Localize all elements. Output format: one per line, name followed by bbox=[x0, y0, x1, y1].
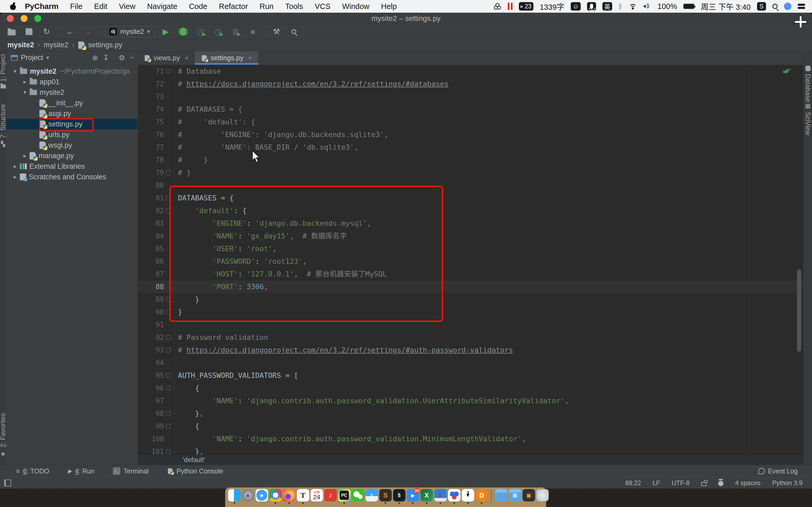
code-line-74[interactable]: 74# DATABASES = { bbox=[138, 103, 803, 116]
battery-icon[interactable] bbox=[683, 4, 694, 9]
file-encoding[interactable]: UTF-8 bbox=[672, 479, 690, 487]
dock-item-folder-windows[interactable]: ⊞ bbox=[508, 489, 522, 501]
concurrency-button[interactable]: ≣▶ bbox=[230, 26, 241, 38]
dock-item-blue-circles-app[interactable] bbox=[447, 489, 461, 504]
gutter[interactable]: 82 bbox=[138, 205, 175, 217]
fold-marker-icon[interactable] bbox=[166, 69, 171, 74]
caret-position[interactable]: 88:22 bbox=[625, 479, 641, 487]
fold-marker-icon[interactable] bbox=[166, 411, 171, 416]
code-line-92[interactable]: 92# Password validation bbox=[138, 331, 803, 344]
tree-item-mysite2[interactable]: ▾mysite2 bbox=[7, 87, 137, 98]
code-line-100[interactable]: 100 'NAME': 'django.contrib.auth.passwor… bbox=[138, 433, 803, 445]
menu-file[interactable]: File bbox=[64, 2, 88, 11]
pause-status-icon[interactable] bbox=[508, 3, 512, 10]
breadcrumb-item-mysite2[interactable]: mysite2 bbox=[7, 41, 34, 49]
run-config-selector[interactable]: dj mysite2 ▾ bbox=[105, 26, 154, 38]
gutter[interactable]: 73 bbox=[138, 90, 175, 103]
close-tab-icon[interactable]: × bbox=[248, 54, 252, 62]
tree-expanded-arrow[interactable]: ▾ bbox=[20, 89, 30, 96]
gutter[interactable]: 71 bbox=[138, 65, 175, 78]
close-tab-icon[interactable]: × bbox=[185, 54, 189, 62]
menu-edit[interactable]: Edit bbox=[88, 2, 113, 11]
tree-item-external-libraries[interactable]: ▸External Libraries bbox=[7, 161, 137, 172]
gutter[interactable]: 81 bbox=[138, 192, 175, 205]
inspections-ok-icon[interactable]: ✔✔ bbox=[782, 66, 801, 76]
dock-item-terminal[interactable]: $ bbox=[392, 489, 406, 504]
gutter[interactable]: 98 bbox=[138, 407, 175, 420]
gutter[interactable]: 90 bbox=[138, 306, 175, 319]
save-button[interactable] bbox=[23, 26, 35, 38]
gutter[interactable]: 80 bbox=[138, 179, 175, 192]
editor-scrollbar[interactable] bbox=[797, 269, 801, 352]
tool-window-button-terminal[interactable]: ›_Terminal bbox=[113, 467, 148, 475]
apple-menu-icon[interactable] bbox=[9, 2, 16, 10]
tool-window-switcher-icon[interactable] bbox=[4, 480, 11, 487]
zoom-window-button[interactable] bbox=[34, 15, 41, 22]
tree-item-scratches-and-consoles[interactable]: ▸Scratches and Consoles bbox=[7, 172, 137, 182]
dock-item-dingtalk[interactable]: ▸23 bbox=[406, 489, 420, 504]
fold-marker-icon[interactable] bbox=[166, 373, 171, 378]
gutter[interactable]: 83 bbox=[138, 217, 175, 230]
gutter[interactable]: 85 bbox=[138, 242, 175, 255]
menu-code[interactable]: Code bbox=[183, 2, 213, 11]
code-line-93[interactable]: 93# https://docs.djangoproject.com/en/3.… bbox=[138, 344, 803, 356]
dock-item-trash[interactable] bbox=[536, 489, 549, 501]
tree-item-mysite2[interactable]: ▾mysite2~/PycharmProjects/gx bbox=[7, 66, 137, 76]
minimize-window-button[interactable] bbox=[20, 15, 28, 22]
gutter[interactable]: 100 bbox=[138, 433, 175, 445]
titlebar[interactable]: mysite2 – settings.py bbox=[0, 13, 812, 24]
indent-size[interactable]: 4 spaces bbox=[735, 479, 760, 487]
wifi-icon[interactable] bbox=[629, 3, 637, 9]
gutter[interactable]: 88 bbox=[138, 280, 175, 293]
gutter[interactable]: 76 bbox=[138, 128, 175, 141]
gutter[interactable]: 89 bbox=[138, 293, 175, 306]
menu-view[interactable]: View bbox=[113, 2, 141, 11]
tool-stripe-favorites[interactable]: 2: Favorites★ bbox=[0, 413, 6, 458]
editor-scope-breadcrumb[interactable]: 'default' bbox=[138, 455, 803, 465]
breadcrumb-item-settings-py[interactable]: settings.py bbox=[88, 41, 122, 49]
tree-collapsed-arrow[interactable]: ▸ bbox=[10, 163, 20, 170]
code-line-94[interactable]: 94 bbox=[138, 356, 803, 369]
gutter[interactable]: 84 bbox=[138, 230, 175, 242]
gutter[interactable]: 86 bbox=[138, 255, 175, 268]
dock-item-folder-downloads[interactable] bbox=[494, 489, 508, 501]
dock-item-keynote[interactable]: ▯ bbox=[365, 489, 378, 501]
gutter[interactable]: 78 bbox=[138, 154, 175, 166]
spotlight-icon[interactable] bbox=[772, 4, 778, 9]
tree-item-manage-py[interactable]: ▸manage.py bbox=[7, 151, 137, 161]
gutter[interactable]: 95 bbox=[138, 369, 175, 382]
gutter[interactable]: 87 bbox=[138, 268, 175, 280]
tree-item-init-py[interactable]: __init__.py bbox=[7, 98, 137, 108]
dock-item-chrome[interactable] bbox=[268, 489, 282, 504]
run-button[interactable]: ▶ bbox=[160, 26, 171, 38]
tool-window-button-todo[interactable]: ≡6: TODO bbox=[16, 467, 49, 475]
dock-item-sublime-text[interactable]: S bbox=[378, 489, 392, 504]
fold-marker-icon[interactable] bbox=[166, 348, 171, 352]
code-line-73[interactable]: 73 bbox=[138, 90, 803, 103]
dock-item-netease-music[interactable]: ♪ bbox=[323, 489, 337, 501]
dock-item-parallels-desktop[interactable]: ‖ bbox=[434, 489, 447, 504]
tool-stripe-project[interactable]: 1: Project bbox=[0, 54, 6, 89]
code-line-101[interactable]: 101 }, bbox=[138, 445, 803, 455]
dock-item-launchpad[interactable]: ▲ bbox=[241, 489, 255, 501]
dock-item-excel[interactable]: X bbox=[420, 489, 434, 504]
tree-collapsed-arrow[interactable]: ▸ bbox=[20, 152, 30, 159]
menu-tools[interactable]: Tools bbox=[280, 2, 309, 11]
code-line-96[interactable]: 96 { bbox=[138, 382, 803, 395]
inspections-profile-icon[interactable] bbox=[718, 481, 723, 486]
gutter[interactable]: 72 bbox=[138, 78, 175, 90]
fold-marker-icon[interactable] bbox=[166, 170, 171, 175]
ime-face-icon[interactable]: ☺ bbox=[571, 2, 580, 11]
gutter[interactable]: 99 bbox=[138, 420, 175, 433]
tab-views-py[interactable]: views.py× bbox=[138, 51, 195, 65]
fold-marker-icon[interactable] bbox=[166, 424, 171, 429]
menu-navigate[interactable]: Navigate bbox=[141, 2, 183, 11]
control-center-icon[interactable] bbox=[798, 4, 805, 9]
menu-help[interactable]: Help bbox=[375, 2, 403, 11]
gutter[interactable]: 93 bbox=[138, 344, 175, 356]
fold-marker-icon[interactable] bbox=[166, 449, 171, 454]
tree-item-wsgi-py[interactable]: wsgi.py bbox=[7, 140, 137, 151]
chevron-down-icon[interactable]: ▾ bbox=[46, 54, 49, 61]
code-line-76[interactable]: 76# 'ENGINE': 'django.db.backends.sqlite… bbox=[138, 128, 803, 141]
open-button[interactable] bbox=[6, 26, 17, 38]
